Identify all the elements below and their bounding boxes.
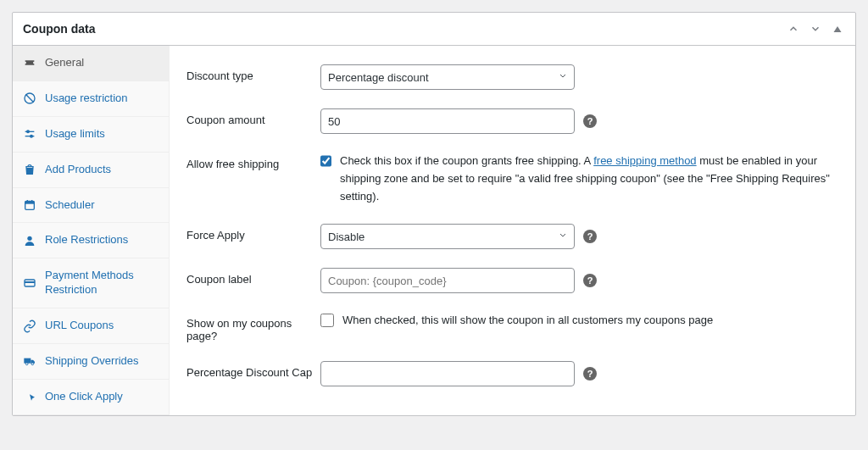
label-free-shipping: Allow free shipping xyxy=(186,153,320,170)
free-shipping-checkbox[interactable] xyxy=(320,154,331,168)
panel-header: Coupon data xyxy=(13,13,855,46)
percentage-cap-input[interactable] xyxy=(320,361,575,386)
tab-general[interactable]: General xyxy=(13,46,169,81)
row-show-my-coupons: Show on my coupons page? When checked, t… xyxy=(186,302,838,351)
user-icon xyxy=(23,234,36,247)
coupon-label-input[interactable] xyxy=(320,268,575,293)
tab-usage-restriction[interactable]: Usage restriction xyxy=(13,81,169,117)
tab-scheduler[interactable]: Scheduler xyxy=(13,188,169,224)
panel-body: General Usage restriction Usage limits A… xyxy=(13,46,855,415)
show-my-coupons-checkbox[interactable] xyxy=(320,314,334,327)
move-down-icon[interactable] xyxy=(808,21,823,36)
row-coupon-amount: Coupon amount ? xyxy=(186,98,838,142)
svg-line-2 xyxy=(25,95,33,103)
svg-point-15 xyxy=(25,363,28,365)
panel-controls xyxy=(786,21,845,36)
tab-usage-limits[interactable]: Usage limits xyxy=(13,117,169,153)
svg-point-5 xyxy=(27,131,30,133)
free-shipping-link[interactable]: free shipping method xyxy=(593,154,696,167)
svg-point-16 xyxy=(31,363,34,365)
tab-label: Role Restrictions xyxy=(45,233,128,247)
sidebar-tabs: General Usage restriction Usage limits A… xyxy=(13,46,170,415)
tab-payment-methods[interactable]: Payment Methods Restriction xyxy=(13,258,169,308)
help-icon[interactable]: ? xyxy=(583,230,597,243)
coupon-data-panel: Coupon data General Usage restriction Us… xyxy=(12,12,856,416)
truck-icon xyxy=(23,354,36,368)
card-icon xyxy=(23,276,36,290)
label-coupon-label: Coupon label xyxy=(186,268,320,286)
tab-label: Payment Methods Restriction xyxy=(45,269,159,297)
tab-label: One Click Apply xyxy=(45,390,123,404)
tab-label: Add Products xyxy=(45,163,111,177)
tab-label: URL Coupons xyxy=(45,319,114,333)
svg-marker-0 xyxy=(834,26,842,32)
collapse-icon[interactable] xyxy=(830,21,845,36)
tab-label: Usage limits xyxy=(45,127,105,142)
row-force-apply: Force Apply Disable ? xyxy=(186,214,838,258)
coupon-amount-input[interactable] xyxy=(320,108,575,134)
tab-content-general: Discount type Percentage discount Coupon… xyxy=(170,46,855,415)
link-icon xyxy=(23,319,36,333)
help-icon[interactable]: ? xyxy=(583,367,597,381)
tab-label: Shipping Overrides xyxy=(45,354,139,369)
label-show-my-coupons: Show on my coupons page? xyxy=(186,312,320,342)
svg-rect-8 xyxy=(25,201,35,203)
row-allow-free-shipping: Allow free shipping Check this box if th… xyxy=(186,142,838,214)
ban-icon xyxy=(23,92,36,105)
bag-icon xyxy=(23,163,36,176)
panel-title: Coupon data xyxy=(23,22,96,36)
tab-shipping-overrides[interactable]: Shipping Overrides xyxy=(13,344,169,380)
svg-point-11 xyxy=(27,236,31,241)
move-up-icon[interactable] xyxy=(786,21,801,36)
row-discount-type: Discount type Percentage discount xyxy=(186,54,838,98)
tab-add-products[interactable]: Add Products xyxy=(13,153,169,188)
help-icon[interactable]: ? xyxy=(583,274,597,287)
ticket-icon xyxy=(23,56,36,69)
tab-url-coupons[interactable]: URL Coupons xyxy=(13,308,169,344)
label-force-apply: Force Apply xyxy=(186,224,320,242)
label-percentage-cap: Percentage Discount Cap xyxy=(186,361,320,379)
tab-role-restrictions[interactable]: Role Restrictions xyxy=(13,223,169,258)
row-percentage-cap: Percentage Discount Cap ? xyxy=(186,351,838,395)
sliders-icon xyxy=(23,127,36,141)
svg-rect-13 xyxy=(25,281,35,283)
free-shipping-description: Check this box if the coupon grants free… xyxy=(340,153,838,205)
tab-one-click-apply[interactable]: One Click Apply xyxy=(13,380,169,415)
calendar-icon xyxy=(23,198,36,212)
label-coupon-amount: Coupon amount xyxy=(186,108,320,126)
label-discount-type: Discount type xyxy=(186,64,320,82)
tab-label: Scheduler xyxy=(45,198,95,213)
show-my-coupons-description: When checked, this will show the coupon … xyxy=(342,312,713,330)
tab-label: Usage restriction xyxy=(45,92,128,106)
svg-point-6 xyxy=(31,136,33,138)
row-coupon-label: Coupon label ? xyxy=(186,258,838,302)
force-apply-select[interactable]: Disable xyxy=(320,224,575,249)
help-icon[interactable]: ? xyxy=(583,114,597,128)
tab-label: General xyxy=(45,56,84,70)
discount-type-select[interactable]: Percentage discount xyxy=(320,64,575,90)
click-icon xyxy=(23,390,36,403)
